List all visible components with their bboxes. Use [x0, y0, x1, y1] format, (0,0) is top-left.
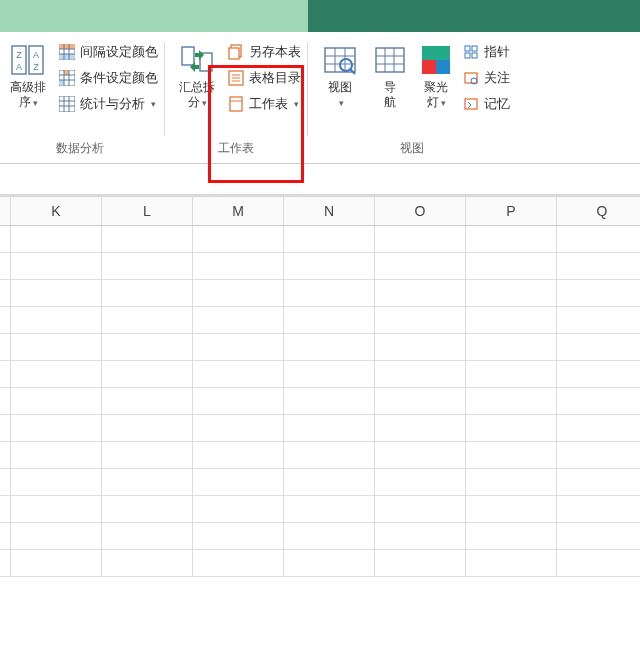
cell[interactable]	[0, 496, 11, 522]
cell[interactable]	[193, 280, 284, 306]
cell[interactable]	[375, 307, 466, 333]
pointer-button[interactable]: 指针	[460, 42, 512, 62]
cell[interactable]	[466, 388, 557, 414]
cell[interactable]	[102, 415, 193, 441]
grid-rows[interactable]	[0, 226, 640, 577]
conditional-color-button[interactable]: 条件设定颜色	[56, 68, 160, 88]
cell[interactable]	[284, 550, 375, 576]
cell[interactable]	[284, 442, 375, 468]
cell[interactable]	[102, 496, 193, 522]
interval-color-button[interactable]: 间隔设定颜色	[56, 42, 160, 62]
cell[interactable]	[102, 280, 193, 306]
cell[interactable]	[11, 253, 102, 279]
cell[interactable]	[11, 550, 102, 576]
cell[interactable]	[11, 523, 102, 549]
cell[interactable]	[193, 469, 284, 495]
cell[interactable]	[102, 550, 193, 576]
grid-row[interactable]	[0, 550, 640, 577]
cell[interactable]	[284, 388, 375, 414]
spotlight-button[interactable]: 聚光灯▾	[412, 40, 460, 111]
cell[interactable]	[0, 415, 11, 441]
grid-row[interactable]	[0, 253, 640, 280]
cell[interactable]	[466, 226, 557, 252]
cell[interactable]	[466, 307, 557, 333]
follow-button[interactable]: 关注	[460, 68, 512, 88]
cell[interactable]	[11, 496, 102, 522]
cell[interactable]	[284, 334, 375, 360]
table-of-contents-button[interactable]: 表格目录	[225, 68, 303, 88]
cell[interactable]	[284, 523, 375, 549]
grid-row[interactable]	[0, 361, 640, 388]
cell[interactable]	[375, 523, 466, 549]
cell[interactable]	[0, 469, 11, 495]
cell[interactable]	[193, 253, 284, 279]
cell[interactable]	[557, 550, 640, 576]
cell[interactable]	[0, 550, 11, 576]
grid-row[interactable]	[0, 415, 640, 442]
cell[interactable]	[11, 334, 102, 360]
cell[interactable]	[0, 523, 11, 549]
col-M[interactable]: M	[193, 197, 284, 225]
cell[interactable]	[0, 307, 11, 333]
advanced-sort-button[interactable]: ZAAZ 高级排序▾	[0, 40, 56, 111]
cell[interactable]	[284, 415, 375, 441]
cell[interactable]	[284, 253, 375, 279]
cell[interactable]	[0, 280, 11, 306]
cell[interactable]	[284, 361, 375, 387]
cell[interactable]	[11, 280, 102, 306]
cell[interactable]	[102, 469, 193, 495]
col-N[interactable]: N	[284, 197, 375, 225]
grid-row[interactable]	[0, 523, 640, 550]
cell[interactable]	[284, 280, 375, 306]
cell[interactable]	[193, 442, 284, 468]
cell[interactable]	[193, 226, 284, 252]
cell[interactable]	[375, 469, 466, 495]
cell[interactable]	[557, 469, 640, 495]
cell[interactable]	[557, 496, 640, 522]
grid-row[interactable]	[0, 280, 640, 307]
grid-row[interactable]	[0, 334, 640, 361]
cell[interactable]	[193, 361, 284, 387]
cell[interactable]	[375, 442, 466, 468]
cell[interactable]	[375, 334, 466, 360]
stats-analysis-button[interactable]: 统计与分析▾	[56, 94, 160, 114]
cell[interactable]	[11, 226, 102, 252]
cell[interactable]	[375, 388, 466, 414]
cell[interactable]	[284, 307, 375, 333]
col-Q[interactable]: Q	[557, 197, 640, 225]
cell[interactable]	[557, 307, 640, 333]
cell[interactable]	[466, 334, 557, 360]
cell[interactable]	[102, 307, 193, 333]
cell[interactable]	[466, 415, 557, 441]
cell[interactable]	[466, 280, 557, 306]
cell[interactable]	[0, 388, 11, 414]
cell[interactable]	[557, 253, 640, 279]
cell[interactable]	[11, 415, 102, 441]
cell[interactable]	[375, 550, 466, 576]
cell[interactable]	[0, 442, 11, 468]
cell[interactable]	[102, 334, 193, 360]
worksheet-menu-button[interactable]: 工作表▾	[225, 94, 303, 114]
cell[interactable]	[375, 361, 466, 387]
cell[interactable]	[193, 550, 284, 576]
cell[interactable]	[557, 415, 640, 441]
cell[interactable]	[102, 523, 193, 549]
grid-row[interactable]	[0, 307, 640, 334]
cell[interactable]	[193, 523, 284, 549]
cell[interactable]	[193, 415, 284, 441]
cell[interactable]	[0, 253, 11, 279]
grid-row[interactable]	[0, 469, 640, 496]
cell[interactable]	[557, 388, 640, 414]
grid-row[interactable]	[0, 442, 640, 469]
cell[interactable]	[284, 226, 375, 252]
cell[interactable]	[557, 334, 640, 360]
cell[interactable]	[557, 280, 640, 306]
navigation-button[interactable]: 导航	[368, 40, 412, 110]
spreadsheet-area[interactable]: K L M N O P Q	[0, 197, 640, 577]
cell[interactable]	[466, 361, 557, 387]
cell[interactable]	[102, 442, 193, 468]
grid-row[interactable]	[0, 226, 640, 253]
col-P[interactable]: P	[466, 197, 557, 225]
cell[interactable]	[375, 253, 466, 279]
cell[interactable]	[0, 334, 11, 360]
